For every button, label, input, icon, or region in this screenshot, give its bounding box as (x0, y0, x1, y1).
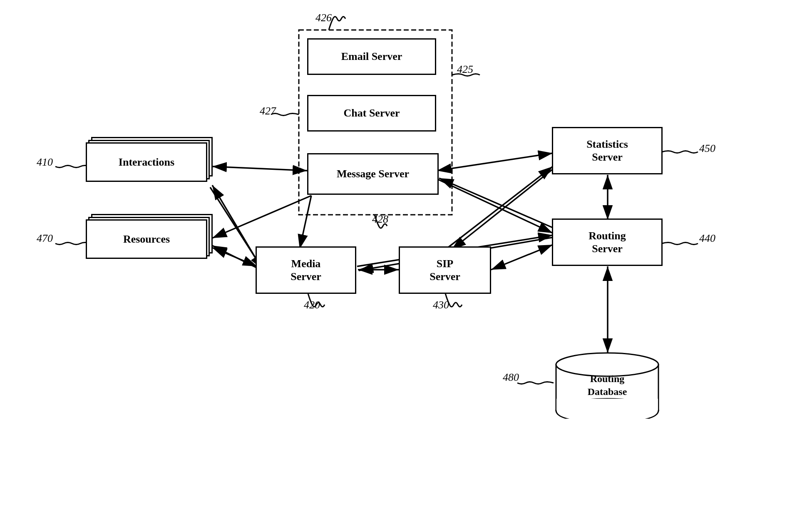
svg-line-7 (212, 196, 311, 238)
svg-line-12 (437, 179, 553, 233)
chat-server-label: Chat Server (343, 107, 400, 119)
svg-line-15 (446, 166, 553, 249)
interactions-node: Interactions (86, 142, 207, 182)
svg-rect-24 (556, 399, 658, 411)
media-server-node: MediaServer (256, 246, 356, 294)
resources-node: Resources (86, 219, 207, 259)
label-450: 450 (699, 142, 715, 155)
chat-server-node: Chat Server (307, 95, 436, 132)
label-440: 440 (699, 232, 715, 245)
svg-line-5 (210, 187, 263, 270)
diagram: Email Server Chat Server Message Server … (0, 0, 812, 524)
svg-line-8 (300, 196, 311, 249)
routing-database-node: RoutingDatabase (552, 352, 663, 419)
label-425: 425 (457, 63, 473, 76)
svg-line-4 (212, 185, 258, 262)
label-430: 430 (433, 299, 449, 311)
svg-line-20 (212, 248, 257, 266)
statistics-server-node: StatisticsServer (552, 127, 663, 174)
svg-line-13 (439, 178, 556, 229)
message-server-label: Message Server (337, 167, 409, 180)
svg-line-16 (452, 169, 554, 250)
label-470: 470 (37, 232, 53, 245)
message-server-node: Message Server (307, 153, 439, 195)
svg-line-3 (212, 166, 307, 171)
label-410: 410 (37, 156, 53, 169)
label-428: 428 (372, 213, 388, 226)
label-480: 480 (503, 371, 519, 384)
resources-label: Resources (86, 219, 207, 259)
sip-server-label: SIPServer (430, 257, 460, 283)
label-427: 427 (260, 105, 276, 117)
label-426: 426 (315, 12, 332, 24)
email-server-label: Email Server (341, 50, 402, 63)
sip-server-node: SIPServer (399, 246, 491, 294)
statistics-server-label: StatisticsServer (586, 138, 628, 164)
email-server-node: Email Server (307, 38, 436, 75)
svg-line-6 (212, 246, 262, 271)
routing-server-label: RoutingServer (589, 229, 626, 255)
interactions-label: Interactions (86, 142, 207, 182)
routing-database-label: RoutingDatabase (588, 373, 627, 397)
svg-line-11 (437, 153, 553, 171)
media-server-label: MediaServer (291, 257, 321, 283)
label-420: 420 (304, 299, 320, 311)
svg-line-10 (491, 245, 553, 270)
routing-server-node: RoutingServer (552, 219, 663, 266)
